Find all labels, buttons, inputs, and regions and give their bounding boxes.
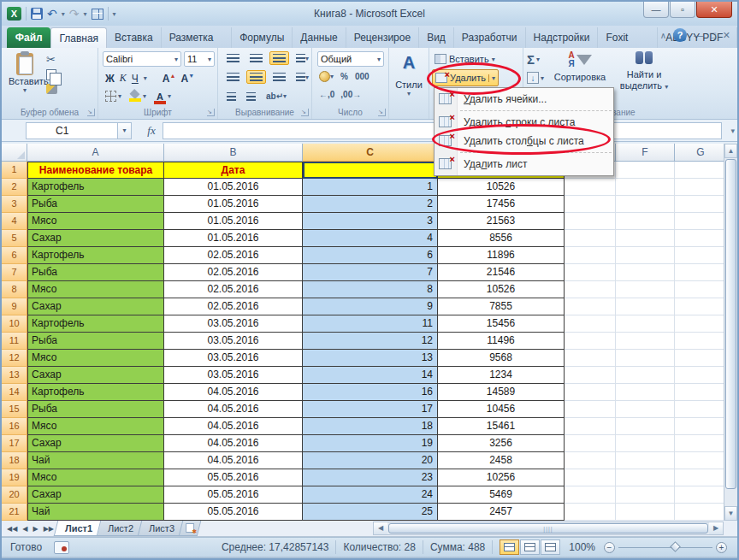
currency-format-icon[interactable] [319, 71, 330, 82]
cell-A16[interactable]: Мясо [27, 418, 164, 435]
cell-A3[interactable]: Рыба [27, 196, 164, 213]
cell-B6[interactable]: 02.05.2016 [164, 247, 303, 264]
underline-button[interactable]: Ч [132, 73, 139, 85]
cell-E19[interactable] [565, 469, 616, 486]
cell-C20[interactable]: 24 [303, 486, 438, 504]
cell-A18[interactable]: Чай [27, 452, 164, 469]
increase-decimal-button[interactable]: ←,0 [319, 90, 334, 99]
cell-E7[interactable] [565, 264, 616, 281]
cell-D8[interactable]: 10526 [438, 281, 565, 298]
cell-A21[interactable]: Чай [27, 504, 164, 521]
decrease-decimal-button[interactable]: ,00→ [340, 90, 361, 99]
row-header-6[interactable]: 6 [2, 247, 27, 264]
borders-icon[interactable] [105, 91, 116, 102]
cell-E18[interactable] [565, 452, 616, 469]
insert-function-icon[interactable]: fx [140, 124, 163, 138]
scroll-down-icon[interactable]: ▼ [724, 506, 737, 521]
row-header-17[interactable]: 17 [2, 435, 27, 452]
cell-B2[interactable]: 01.05.2016 [164, 179, 303, 196]
cell-G6[interactable] [675, 247, 727, 264]
cell-A8[interactable]: Мясо [27, 281, 164, 298]
tab-вставка[interactable]: Вставка [107, 27, 162, 48]
cell-A15[interactable]: Рыба [27, 401, 164, 418]
cell-F14[interactable] [616, 384, 675, 401]
paste-dropdown-icon[interactable]: ▾ [9, 86, 41, 94]
row-header-2[interactable]: 2 [2, 179, 27, 196]
cell-F11[interactable] [616, 333, 675, 350]
page-layout-view-button[interactable] [520, 539, 540, 555]
cell-C18[interactable]: 20 [303, 452, 438, 469]
close-button[interactable]: ✕ [696, 2, 732, 18]
zoom-level[interactable]: 100% [569, 541, 595, 553]
cell-F12[interactable] [616, 350, 675, 367]
percent-format-button[interactable]: % [340, 72, 348, 81]
cell-E3[interactable] [565, 196, 616, 213]
cell-E6[interactable] [565, 247, 616, 264]
macro-record-icon[interactable] [54, 541, 69, 554]
cell-A1[interactable]: Наименование товара [27, 162, 164, 179]
underline-dropdown-icon[interactable]: ▾ [144, 74, 147, 82]
cell-A7[interactable]: Рыба [27, 264, 164, 281]
cell-G7[interactable] [675, 264, 727, 281]
delete-cells-button[interactable]: Удалить▾ [432, 69, 499, 86]
vertical-scroll-thumb[interactable] [725, 159, 736, 489]
horizontal-scrollbar[interactable]: ◀ |||| ▶ [373, 522, 724, 535]
excel-logo-icon[interactable]: X [7, 7, 21, 21]
align-right-button[interactable] [269, 70, 289, 84]
cell-D2[interactable]: 10526 [438, 179, 565, 196]
cell-B20[interactable]: 05.05.2016 [164, 486, 303, 504]
cell-G10[interactable] [675, 315, 727, 333]
workbook-minimize-icon[interactable]: — [694, 30, 703, 40]
cell-F6[interactable] [616, 247, 675, 264]
tab-главная[interactable]: Главная [50, 27, 107, 48]
cell-D4[interactable]: 21563 [438, 213, 565, 230]
cell-B19[interactable]: 05.05.2016 [164, 469, 303, 486]
cell-A19[interactable]: Мясо [27, 469, 164, 486]
cell-E2[interactable] [565, 179, 616, 196]
cell-E4[interactable] [565, 213, 616, 230]
cell-A2[interactable]: Картофель [27, 179, 164, 196]
redo-icon[interactable]: ↷ [69, 8, 80, 20]
cell-C1-active[interactable] [303, 162, 438, 179]
cell-C5[interactable]: 4 [303, 230, 438, 247]
row-header-3[interactable]: 3 [2, 196, 27, 213]
cell-F1[interactable] [616, 162, 675, 179]
cell-C19[interactable]: 23 [303, 469, 438, 486]
cell-D19[interactable]: 10256 [438, 469, 565, 486]
cell-D9[interactable]: 7855 [438, 298, 565, 315]
grow-font-button[interactable]: А▲ [163, 73, 176, 85]
cell-G15[interactable] [675, 401, 727, 418]
cell-F16[interactable] [616, 418, 675, 435]
cell-D12[interactable]: 9568 [438, 350, 565, 367]
tab-разметка-ст[interactable]: Разметка ст [162, 27, 232, 48]
cell-D21[interactable]: 2457 [438, 504, 565, 521]
font-dialog-launcher-icon[interactable]: ↘ [207, 109, 215, 116]
cell-A11[interactable]: Рыба [27, 333, 164, 350]
cell-B7[interactable]: 02.05.2016 [164, 264, 303, 281]
cell-C9[interactable]: 9 [303, 298, 438, 315]
menu-item-delete-sheet[interactable]: ×Удалить лист [435, 155, 613, 174]
cell-A9[interactable]: Сахар [27, 298, 164, 315]
workbook-close-icon[interactable]: ✕ [723, 30, 730, 41]
cell-G8[interactable] [675, 281, 727, 298]
cell-F15[interactable] [616, 401, 675, 418]
minimize-button[interactable]: — [643, 2, 669, 18]
cell-E14[interactable] [565, 384, 616, 401]
row-header-13[interactable]: 13 [2, 367, 27, 384]
cell-D3[interactable]: 17456 [438, 196, 565, 213]
cell-G3[interactable] [675, 196, 727, 213]
cell-A13[interactable]: Сахар [27, 367, 164, 384]
customize-qat-icon[interactable]: ▾ [113, 10, 116, 18]
decrease-indent-button[interactable] [223, 90, 239, 103]
scroll-left-icon[interactable]: ◀ [374, 522, 387, 534]
styles-button[interactable]: А Стили ▾ [389, 53, 429, 97]
menu-item-delete-cells[interactable]: ×Удалить ячейки... [435, 90, 613, 109]
table-tool-icon[interactable] [92, 9, 103, 20]
select-all-corner[interactable] [2, 144, 27, 162]
italic-button[interactable]: К [120, 72, 127, 85]
zoom-slider[interactable]: − + [604, 542, 727, 553]
cell-B11[interactable]: 03.05.2016 [164, 333, 303, 350]
row-header-8[interactable]: 8 [2, 281, 27, 298]
merge-center-button[interactable]: ▾ [293, 70, 312, 84]
copy-icon[interactable] [46, 69, 56, 80]
